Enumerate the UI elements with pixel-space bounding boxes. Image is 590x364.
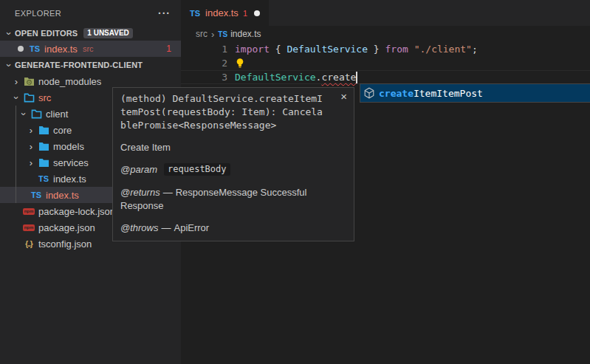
workspace-section[interactable]: › GENERATE-FRONTEND-CLIENT bbox=[0, 57, 181, 73]
line-number: 2 bbox=[181, 56, 227, 70]
open-editor-filename: index.ts bbox=[44, 44, 78, 55]
explorer-title: EXPLORER bbox=[15, 9, 61, 18]
chevron-down-icon: › bbox=[18, 108, 30, 120]
tab-problem-count: 1 bbox=[243, 9, 247, 18]
folder-icon bbox=[37, 158, 50, 168]
chevron-right-icon: › bbox=[25, 141, 37, 152]
typescript-file-icon: TS bbox=[218, 30, 227, 38]
returns-line: @returns—ResponseMessage Successful Resp… bbox=[120, 186, 342, 213]
doc-title: Create Item bbox=[120, 142, 346, 153]
open-editors-section[interactable]: › OPEN EDITORS 1 UNSAVED bbox=[0, 26, 181, 41]
tab-filename: index.ts bbox=[205, 7, 239, 18]
hover-tooltip: (method) DefaultService.createItemItemPo… bbox=[112, 87, 354, 241]
tab-bar: TS index.ts 1 bbox=[181, 0, 590, 26]
typescript-file-icon: TS bbox=[30, 190, 43, 199]
unsaved-badge: 1 UNSAVED bbox=[83, 28, 133, 38]
text-cursor bbox=[356, 72, 357, 83]
suggest-widget: createItemItemPost bbox=[360, 83, 590, 103]
code-line-1[interactable]: 1 import { DefaultService } from "./clie… bbox=[181, 42, 590, 56]
symbol-method-cube-icon bbox=[363, 87, 375, 99]
npm-file-icon: npm bbox=[22, 208, 35, 215]
chevron-right-icon: › bbox=[25, 157, 37, 168]
code-line-3[interactable]: 3 DefaultService.create bbox=[181, 70, 590, 84]
code-line-2[interactable]: 2 bbox=[181, 56, 590, 70]
open-editor-folder: src bbox=[83, 44, 94, 53]
param-line: @param requestBody bbox=[120, 163, 346, 176]
chevron-down-icon[interactable]: › bbox=[4, 59, 15, 71]
breadcrumb: src › TS index.ts bbox=[181, 26, 590, 42]
indent-guide bbox=[16, 106, 16, 203]
workspace-label: GENERATE-FRONTEND-CLIENT bbox=[15, 61, 143, 69]
breadcrumb-separator-icon: › bbox=[211, 29, 214, 40]
open-editor-item-index-ts[interactable]: TS index.ts src 1 bbox=[0, 41, 181, 57]
breadcrumb-file[interactable]: TS index.ts bbox=[218, 29, 261, 39]
folder-icon bbox=[37, 126, 50, 135]
suggestion-create-item-item-post[interactable]: createItemItemPost bbox=[360, 84, 590, 102]
folder-open-icon bbox=[30, 109, 43, 119]
modified-dot-icon bbox=[18, 46, 24, 52]
chevron-right-icon: › bbox=[10, 76, 22, 87]
chevron-down-icon[interactable]: › bbox=[4, 27, 15, 39]
typescript-file-icon: TS bbox=[190, 9, 200, 18]
folder-open-icon bbox=[22, 93, 35, 103]
breadcrumb-folder[interactable]: src bbox=[196, 29, 207, 39]
method-signature: (method) DefaultService.createItemItemPo… bbox=[120, 92, 325, 132]
param-tag: @param bbox=[120, 164, 157, 175]
typescript-file-icon: TS bbox=[37, 174, 50, 183]
line-number: 1 bbox=[181, 42, 227, 56]
explorer-header: EXPLORER ··· bbox=[0, 0, 181, 26]
problem-count: 1 bbox=[166, 44, 171, 54]
code-editor[interactable]: 1 import { DefaultService } from "./clie… bbox=[181, 42, 590, 84]
lightbulb-icon[interactable] bbox=[227, 56, 245, 70]
open-editors-label: OPEN EDITORS bbox=[15, 29, 78, 38]
tab-index-ts[interactable]: TS index.ts 1 bbox=[181, 0, 269, 26]
unsaved-dot-icon[interactable] bbox=[254, 10, 260, 16]
close-icon[interactable]: × bbox=[340, 91, 347, 102]
vscode-window: EXPLORER ··· › OPEN EDITORS 1 UNSAVED TS… bbox=[0, 0, 590, 364]
suggestion-label: createItemItemPost bbox=[379, 88, 483, 99]
throws-text: ApiError bbox=[174, 222, 210, 233]
more-actions-icon[interactable]: ··· bbox=[158, 7, 171, 19]
error-token: create bbox=[321, 70, 356, 84]
chevron-right-icon: › bbox=[25, 125, 37, 136]
typescript-file-icon: TS bbox=[30, 44, 40, 53]
npm-file-icon: npm bbox=[22, 224, 35, 231]
throws-line: @throws—ApiError bbox=[120, 222, 346, 233]
json-file-icon: {..} bbox=[22, 240, 35, 248]
folder-icon bbox=[37, 142, 50, 151]
param-name-chip: requestBody bbox=[164, 163, 230, 176]
node-modules-folder-icon bbox=[22, 77, 35, 86]
line-number: 3 bbox=[181, 70, 227, 84]
chevron-down-icon: › bbox=[11, 92, 22, 103]
